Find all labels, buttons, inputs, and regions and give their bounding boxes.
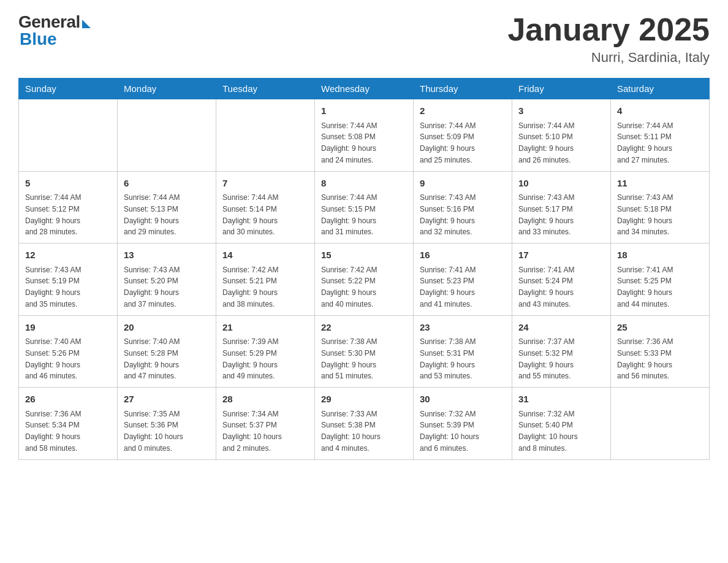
day-number: 29	[321, 393, 407, 407]
calendar-cell: 30Sunrise: 7:32 AMSunset: 5:39 PMDayligh…	[414, 388, 512, 460]
calendar-cell	[19, 99, 118, 172]
calendar-table: SundayMondayTuesdayWednesdayThursdayFrid…	[18, 78, 710, 460]
day-info: Sunrise: 7:44 AMSunset: 5:15 PMDaylight:…	[321, 193, 377, 236]
day-number: 17	[518, 248, 604, 262]
day-info: Sunrise: 7:44 AMSunset: 5:13 PMDaylight:…	[124, 193, 180, 236]
day-header-thursday: Thursday	[414, 79, 512, 99]
calendar-cell: 14Sunrise: 7:42 AMSunset: 5:21 PMDayligh…	[216, 243, 315, 316]
day-number: 8	[321, 177, 407, 191]
calendar-cell: 22Sunrise: 7:38 AMSunset: 5:30 PMDayligh…	[315, 315, 414, 388]
day-info: Sunrise: 7:43 AMSunset: 5:17 PMDaylight:…	[518, 193, 574, 236]
calendar-cell: 18Sunrise: 7:41 AMSunset: 5:25 PMDayligh…	[611, 243, 710, 316]
calendar-cell: 6Sunrise: 7:44 AMSunset: 5:13 PMDaylight…	[118, 171, 216, 243]
day-info: Sunrise: 7:40 AMSunset: 5:26 PMDaylight:…	[25, 337, 81, 380]
day-info: Sunrise: 7:39 AMSunset: 5:29 PMDaylight:…	[222, 337, 278, 380]
day-info: Sunrise: 7:36 AMSunset: 5:34 PMDaylight:…	[25, 410, 81, 453]
day-number: 19	[25, 321, 111, 335]
day-number: 11	[617, 177, 703, 191]
day-number: 9	[420, 177, 506, 191]
day-info: Sunrise: 7:41 AMSunset: 5:25 PMDaylight:…	[617, 266, 673, 308]
day-header-tuesday: Tuesday	[216, 79, 315, 99]
calendar-cell: 29Sunrise: 7:33 AMSunset: 5:38 PMDayligh…	[315, 388, 414, 460]
day-info: Sunrise: 7:40 AMSunset: 5:28 PMDaylight:…	[124, 337, 180, 380]
day-info: Sunrise: 7:43 AMSunset: 5:19 PMDaylight:…	[25, 266, 81, 308]
day-header-monday: Monday	[118, 79, 216, 99]
day-info: Sunrise: 7:44 AMSunset: 5:08 PMDaylight:…	[321, 121, 377, 164]
day-info: Sunrise: 7:42 AMSunset: 5:21 PMDaylight:…	[222, 266, 278, 308]
day-info: Sunrise: 7:37 AMSunset: 5:32 PMDaylight:…	[518, 337, 574, 380]
calendar-cell: 5Sunrise: 7:44 AMSunset: 5:12 PMDaylight…	[19, 171, 118, 243]
calendar-cell: 23Sunrise: 7:38 AMSunset: 5:31 PMDayligh…	[414, 315, 512, 388]
day-header-row: SundayMondayTuesdayWednesdayThursdayFrid…	[19, 79, 710, 99]
calendar-cell: 28Sunrise: 7:34 AMSunset: 5:37 PMDayligh…	[216, 388, 315, 460]
day-number: 10	[518, 177, 604, 191]
day-header-saturday: Saturday	[611, 79, 710, 99]
day-number: 2	[420, 104, 506, 118]
day-number: 14	[222, 248, 308, 262]
day-number: 7	[222, 177, 308, 191]
day-number: 15	[321, 248, 407, 262]
calendar-header: SundayMondayTuesdayWednesdayThursdayFrid…	[19, 79, 710, 99]
day-number: 18	[617, 248, 703, 262]
day-info: Sunrise: 7:43 AMSunset: 5:16 PMDaylight:…	[420, 193, 476, 236]
week-row-3: 12Sunrise: 7:43 AMSunset: 5:19 PMDayligh…	[19, 243, 710, 316]
day-number: 13	[124, 248, 210, 262]
calendar-cell: 16Sunrise: 7:41 AMSunset: 5:23 PMDayligh…	[414, 243, 512, 316]
day-info: Sunrise: 7:41 AMSunset: 5:24 PMDaylight:…	[518, 266, 574, 308]
calendar-cell: 27Sunrise: 7:35 AMSunset: 5:36 PMDayligh…	[118, 388, 216, 460]
calendar-cell: 4Sunrise: 7:44 AMSunset: 5:11 PMDaylight…	[611, 99, 710, 172]
day-number: 22	[321, 321, 407, 335]
day-number: 31	[518, 393, 604, 407]
day-number: 12	[25, 248, 111, 262]
calendar-cell: 7Sunrise: 7:44 AMSunset: 5:14 PMDaylight…	[216, 171, 315, 243]
day-info: Sunrise: 7:32 AMSunset: 5:39 PMDaylight:…	[420, 410, 479, 453]
logo: General Blue	[18, 12, 91, 49]
day-info: Sunrise: 7:32 AMSunset: 5:40 PMDaylight:…	[518, 410, 578, 453]
day-number: 3	[518, 104, 604, 118]
day-number: 21	[222, 321, 308, 335]
week-row-1: 1Sunrise: 7:44 AMSunset: 5:08 PMDaylight…	[19, 99, 710, 172]
week-row-2: 5Sunrise: 7:44 AMSunset: 5:12 PMDaylight…	[19, 171, 710, 243]
calendar-cell: 15Sunrise: 7:42 AMSunset: 5:22 PMDayligh…	[315, 243, 414, 316]
day-number: 20	[124, 321, 210, 335]
title-section: January 2025 Nurri, Sardinia, Italy	[507, 12, 710, 66]
day-header-wednesday: Wednesday	[315, 79, 414, 99]
day-number: 28	[222, 393, 308, 407]
day-number: 6	[124, 177, 210, 191]
day-info: Sunrise: 7:43 AMSunset: 5:18 PMDaylight:…	[617, 193, 673, 236]
day-number: 26	[25, 393, 111, 407]
calendar-cell: 13Sunrise: 7:43 AMSunset: 5:20 PMDayligh…	[118, 243, 216, 316]
calendar-cell: 9Sunrise: 7:43 AMSunset: 5:16 PMDaylight…	[414, 171, 512, 243]
calendar-body: 1Sunrise: 7:44 AMSunset: 5:08 PMDaylight…	[19, 99, 710, 460]
calendar-cell: 12Sunrise: 7:43 AMSunset: 5:19 PMDayligh…	[19, 243, 118, 316]
page-header: General Blue January 2025 Nurri, Sardini…	[18, 12, 710, 66]
calendar-subtitle: Nurri, Sardinia, Italy	[507, 50, 710, 66]
calendar-cell: 8Sunrise: 7:44 AMSunset: 5:15 PMDaylight…	[315, 171, 414, 243]
week-row-5: 26Sunrise: 7:36 AMSunset: 5:34 PMDayligh…	[19, 388, 710, 460]
calendar-cell: 2Sunrise: 7:44 AMSunset: 5:09 PMDaylight…	[414, 99, 512, 172]
day-number: 1	[321, 104, 407, 118]
calendar-cell	[611, 388, 710, 460]
calendar-cell: 26Sunrise: 7:36 AMSunset: 5:34 PMDayligh…	[19, 388, 118, 460]
day-info: Sunrise: 7:38 AMSunset: 5:31 PMDaylight:…	[420, 337, 476, 380]
calendar-cell	[216, 99, 315, 172]
calendar-cell: 25Sunrise: 7:36 AMSunset: 5:33 PMDayligh…	[611, 315, 710, 388]
day-info: Sunrise: 7:43 AMSunset: 5:20 PMDaylight:…	[124, 266, 180, 308]
day-info: Sunrise: 7:38 AMSunset: 5:30 PMDaylight:…	[321, 337, 377, 380]
day-info: Sunrise: 7:35 AMSunset: 5:36 PMDaylight:…	[124, 410, 183, 453]
calendar-cell: 31Sunrise: 7:32 AMSunset: 5:40 PMDayligh…	[512, 388, 611, 460]
day-number: 27	[124, 393, 210, 407]
day-info: Sunrise: 7:44 AMSunset: 5:09 PMDaylight:…	[420, 121, 476, 164]
calendar-title: January 2025	[507, 12, 710, 47]
day-number: 4	[617, 104, 703, 118]
calendar-cell: 3Sunrise: 7:44 AMSunset: 5:10 PMDaylight…	[512, 99, 611, 172]
day-info: Sunrise: 7:44 AMSunset: 5:14 PMDaylight:…	[222, 193, 278, 236]
calendar-cell: 20Sunrise: 7:40 AMSunset: 5:28 PMDayligh…	[118, 315, 216, 388]
day-number: 25	[617, 321, 703, 335]
day-number: 30	[420, 393, 506, 407]
day-info: Sunrise: 7:36 AMSunset: 5:33 PMDaylight:…	[617, 337, 673, 380]
day-number: 24	[518, 321, 604, 335]
day-number: 5	[25, 177, 111, 191]
calendar-cell: 10Sunrise: 7:43 AMSunset: 5:17 PMDayligh…	[512, 171, 611, 243]
day-info: Sunrise: 7:33 AMSunset: 5:38 PMDaylight:…	[321, 410, 381, 453]
